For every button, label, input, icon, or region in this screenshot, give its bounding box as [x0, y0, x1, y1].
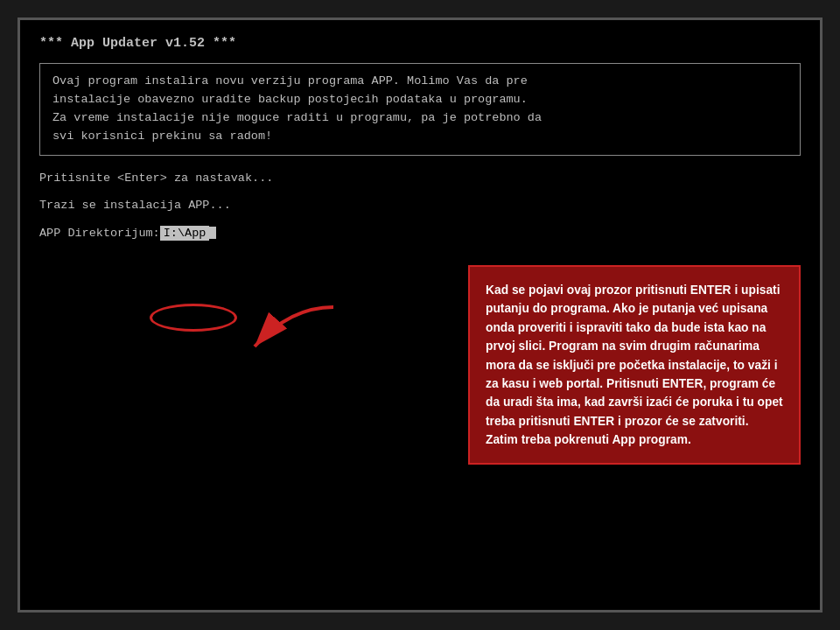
arrow-icon — [237, 298, 342, 368]
oval-highlight — [150, 304, 237, 332]
info-line-1: Ovaj program instalira novu verziju prog… — [52, 73, 788, 91]
search-line: Trazi se instalacija APP... — [39, 199, 801, 212]
dir-line: APP Direktorijum: I:\App — [39, 226, 801, 241]
dir-value: I:\App — [160, 226, 210, 241]
red-box-text: Kad se pojavi ovaj prozor pritisnuti ENT… — [486, 284, 783, 446]
info-line-4: svi korisnici prekinu sa radom! — [52, 128, 788, 146]
red-info-box: Kad se pojavi ovaj prozor pritisnuti ENT… — [468, 265, 801, 465]
terminal-title: *** App Updater v1.52 *** — [39, 36, 801, 51]
info-line-2: instalacije obavezno uradite backup post… — [52, 91, 788, 109]
info-line-3: Za vreme instalacije nije moguce raditi … — [52, 109, 788, 128]
cursor — [209, 227, 216, 239]
dir-label: APP Direktorijum: — [39, 227, 160, 240]
terminal-window: *** App Updater v1.52 *** Ovaj program i… — [18, 18, 822, 612]
info-box: Ovaj program instalira novu verziju prog… — [39, 63, 801, 156]
prompt-line: Pritisnite <Enter> za nastavak... — [39, 172, 801, 185]
